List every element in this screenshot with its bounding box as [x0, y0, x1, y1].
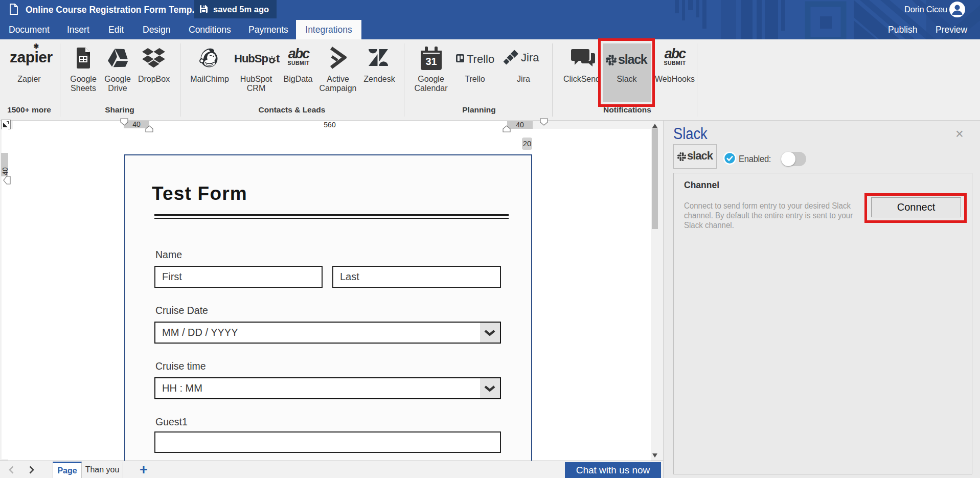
- svg-text:31: 31: [425, 56, 437, 67]
